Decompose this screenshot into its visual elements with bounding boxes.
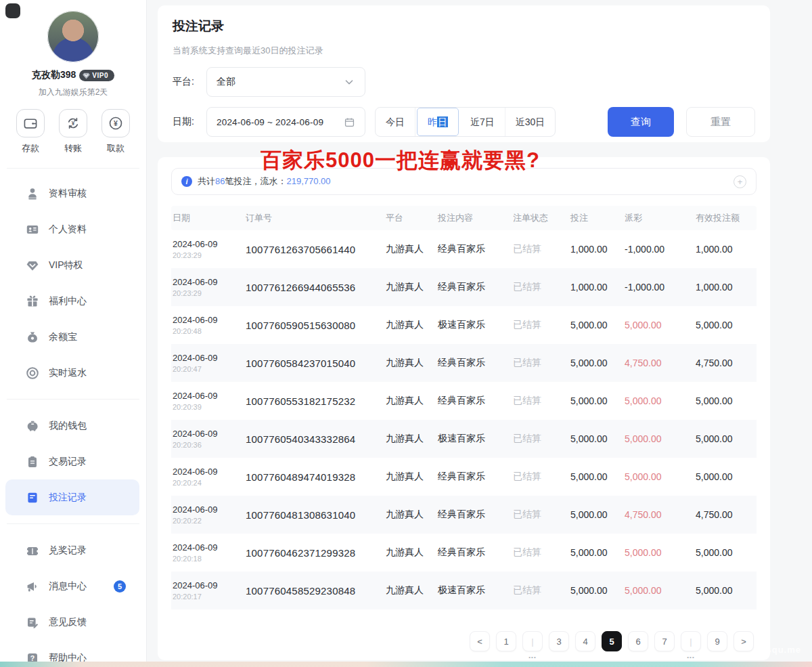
page-subtitle: 当前系统支持查询最近30日的投注记录	[173, 45, 755, 57]
range-preset-4[interactable]: 近30日	[505, 108, 556, 136]
cell-platform: 九游真人	[386, 357, 438, 369]
sidebar-item-0-2[interactable]: VIP特权	[0, 247, 146, 283]
withdraw-icon: ¥	[102, 109, 130, 137]
sidebar-item-0-0[interactable]: 资料审核	[0, 175, 146, 211]
platform-select[interactable]: 全部	[206, 67, 365, 97]
sidebar: 克孜勒398 VIP0 加入九游娱乐第2天 存款¥转账¥取款 资料审核个人资料V…	[0, 0, 147, 667]
svg-text:¥: ¥	[72, 121, 75, 127]
pagination-page-4[interactable]: 4	[575, 631, 595, 651]
betting-record-icon	[26, 491, 39, 504]
pagination-next[interactable]: >	[734, 631, 754, 651]
cell-date: 2024-06-0920:20:22	[173, 504, 246, 525]
cell-platform: 九游真人	[386, 509, 438, 521]
cell-payout: 4,750.00	[625, 509, 696, 520]
vip-label: VIP0	[92, 72, 108, 79]
message-icon	[26, 580, 39, 593]
cell-platform: 九游真人	[386, 395, 438, 407]
cell-bet-content: 经典百家乐	[438, 357, 513, 369]
cell-platform: 九游真人	[386, 584, 438, 597]
sidebar-nav: 资料审核个人资料VIP特权福利中心余额宝实时返水我的钱包交易记录投注记录兑奖记录…	[0, 173, 146, 667]
sidebar-item-1-0[interactable]: 我的钱包	[0, 408, 146, 444]
welfare-icon	[26, 295, 39, 308]
table-row: 2024-06-0920:23:291007761266944065536九游真…	[171, 268, 757, 306]
vip-icon	[26, 259, 39, 272]
sidebar-item-2-0[interactable]: 兑奖记录	[0, 532, 146, 568]
cell-platform: 九游真人	[386, 546, 438, 559]
cell-order-number: 1007761263705661440	[246, 244, 386, 255]
range-preset-3[interactable]: 近7日	[460, 108, 505, 136]
cell-bet-amount: 5,000.00	[570, 395, 625, 406]
platform-label: 平台:	[173, 76, 204, 88]
cell-status: 已结算	[513, 281, 570, 293]
cell-order-number: 1007760590515630080	[246, 320, 386, 331]
cell-status: 已结算	[513, 546, 570, 559]
sidebar-item-0-1[interactable]: 个人资料	[0, 211, 146, 247]
profile-review-icon	[26, 187, 39, 200]
column-header: 订单号	[246, 212, 386, 224]
cell-payout: -1,000.00	[625, 244, 696, 255]
sidebar-item-0-3[interactable]: 福利中心	[0, 283, 146, 319]
quick-action-3[interactable]: ¥取款	[102, 109, 130, 154]
pagination-page-6[interactable]: 6	[628, 631, 648, 651]
cell-bet-amount: 5,000.00	[570, 585, 625, 596]
range-preset-2[interactable]: 昨日	[417, 108, 459, 136]
cell-valid-amount: 4,750.00	[696, 509, 755, 520]
pagination-ellipsis[interactable]: |	[681, 631, 701, 651]
pagination-ellipsis[interactable]: |	[522, 631, 543, 651]
cell-date: 2024-06-0920:20:48	[173, 315, 246, 335]
pagination-page-3[interactable]: 3	[549, 631, 569, 651]
username: 克孜勒398	[32, 69, 76, 81]
date-range-input[interactable]: 2024-06-09 ~ 2024-06-09	[206, 107, 365, 137]
cell-status: 已结算	[513, 395, 570, 407]
sidebar-item-0-4[interactable]: 余额宝	[0, 319, 146, 355]
svg-text:?: ?	[30, 654, 35, 662]
expand-plus-icon[interactable]: +	[734, 175, 746, 188]
cell-valid-amount: 5,000.00	[696, 547, 755, 558]
cell-date: 2024-06-0920:20:36	[173, 429, 246, 449]
cell-payout: 5,000.00	[625, 547, 696, 558]
sidebar-item-1-2[interactable]: 投注记录	[5, 479, 139, 515]
cell-status: 已结算	[513, 471, 570, 483]
pagination-page-1[interactable]: 1	[496, 631, 516, 651]
cell-bet-content: 经典百家乐	[438, 546, 513, 559]
cell-date: 2024-06-0920:20:47	[173, 353, 246, 373]
sidebar-item-2-1[interactable]: 消息中心5	[0, 568, 146, 604]
join-text: 加入九游娱乐第2天	[0, 87, 146, 98]
query-button[interactable]: 查询	[608, 107, 674, 137]
quick-action-label: 转账	[64, 142, 82, 154]
table-row: 2024-06-0920:20:241007760489474019328九游真…	[171, 458, 757, 496]
cell-platform: 九游真人	[386, 243, 438, 255]
cell-platform: 九游真人	[386, 281, 438, 293]
transaction-icon	[26, 455, 39, 469]
cell-platform: 九游真人	[386, 433, 438, 445]
pagination-page-9[interactable]: 9	[707, 631, 727, 651]
avatar[interactable]	[47, 11, 99, 62]
sidebar-item-0-5[interactable]: 实时返水	[0, 355, 146, 391]
quick-action-1[interactable]: 存款	[16, 109, 45, 154]
summary-middle: 笔投注，流水：	[225, 176, 286, 186]
column-header: 投注	[570, 212, 625, 224]
table-row: 2024-06-0920:20:181007760462371299328九游真…	[171, 534, 757, 572]
pagination-prev[interactable]: <	[470, 631, 490, 651]
quick-action-2[interactable]: ¥转账	[59, 109, 87, 154]
pagination-page-5[interactable]: 5	[602, 631, 622, 651]
sidebar-item-2-2[interactable]: 意见反馈	[0, 604, 146, 640]
range-preset-1[interactable]: 今日	[376, 108, 415, 136]
red-annotation-text: 百家乐5000一把连赢就要黑?	[261, 146, 540, 175]
table-header-row: 日期订单号平台投注内容注单状态投注派彩有效投注额	[171, 206, 757, 230]
cell-date: 2024-06-0920:20:39	[173, 391, 246, 411]
cell-bet-content: 经典百家乐	[438, 395, 513, 407]
cell-bet-amount: 5,000.00	[570, 471, 625, 482]
profile-block: 克孜勒398 VIP0 加入九游娱乐第2天	[0, 0, 146, 98]
cell-order-number: 1007760458529230848	[246, 585, 386, 597]
sidebar-item-1-1[interactable]: 交易记录	[0, 444, 146, 479]
table-row: 2024-06-0920:20:171007760458529230848九游真…	[171, 572, 757, 609]
cell-order-number: 1007761266944065536	[246, 282, 386, 293]
pagination-page-7[interactable]: 7	[654, 631, 675, 651]
column-header: 有效投注额	[696, 212, 755, 224]
table-row: 2024-06-0920:20:361007760540343332864九游真…	[171, 420, 757, 458]
cell-platform: 九游真人	[386, 319, 438, 331]
summary-prefix: 共计	[198, 176, 215, 186]
reset-button[interactable]: 重置	[686, 107, 755, 137]
sidebar-item-label: 投注记录	[49, 492, 87, 504]
